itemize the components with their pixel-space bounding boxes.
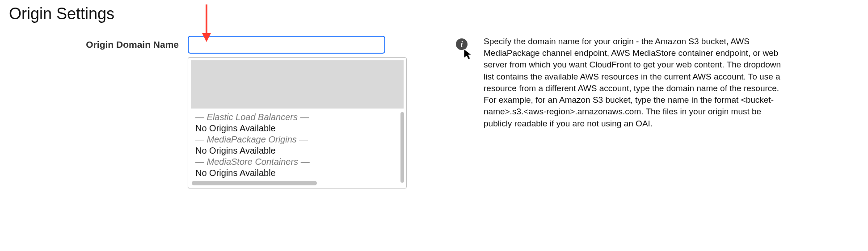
dropdown-group-heading: — Elastic Load Balancers — — [195, 112, 399, 122]
dropdown-group-item[interactable]: No Origins Available — [195, 146, 399, 156]
dropdown-group-item[interactable]: No Origins Available — [195, 123, 399, 134]
info-icon[interactable]: i — [456, 38, 468, 50]
dropdown-group-heading: — MediaPackage Origins — — [195, 134, 399, 145]
vertical-scrollbar[interactable] — [400, 112, 404, 183]
help-origin-domain-name: Specify the domain name for your origin … — [484, 36, 782, 130]
label-origin-domain-name: Origin Domain Name — [9, 36, 188, 54]
dropdown-scroll-area: — Elastic Load Balancers — No Origins Av… — [191, 112, 404, 178]
origin-domain-dropdown[interactable]: — Elastic Load Balancers — No Origins Av… — [188, 57, 407, 188]
dropdown-group-item[interactable]: No Origins Available — [195, 168, 399, 178]
horizontal-scrollbar-thumb[interactable] — [192, 181, 317, 185]
origin-domain-name-input[interactable] — [188, 36, 385, 54]
row-origin-domain-name: Origin Domain Name — Elastic Load Balanc… — [9, 36, 859, 130]
page-title: Origin Settings — [9, 4, 859, 23]
dropdown-header-block — [191, 60, 404, 109]
vertical-scrollbar-thumb[interactable] — [400, 112, 404, 183]
horizontal-scrollbar[interactable] — [191, 181, 404, 185]
dropdown-group-heading: — MediaStore Containers — — [195, 157, 399, 167]
